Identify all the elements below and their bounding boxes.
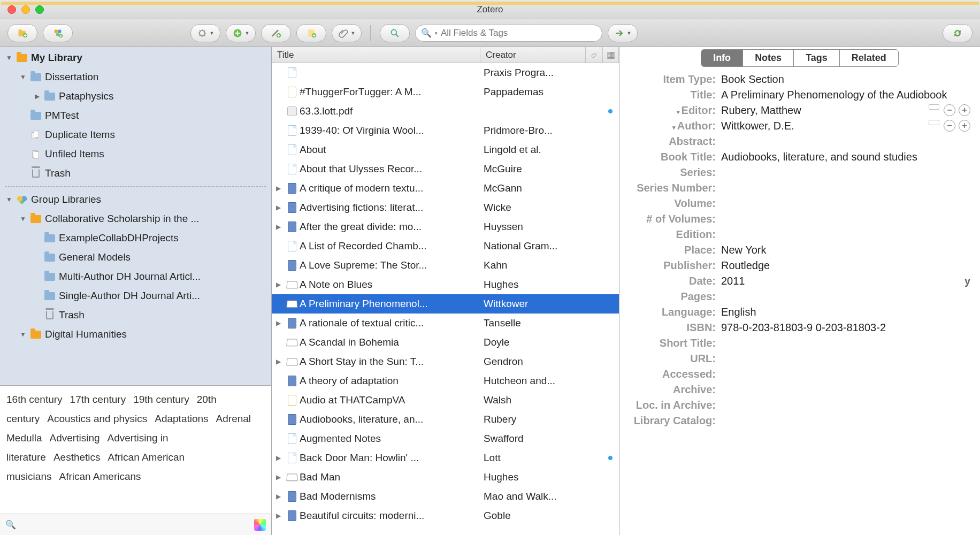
new-note-button[interactable]	[296, 24, 326, 42]
tag[interactable]: Aesthetics	[53, 452, 101, 463]
my-library[interactable]: ▼ My Library	[0, 48, 271, 67]
group-collab-scholarship[interactable]: ▼ Collaborative Scholarship in the ...	[0, 209, 271, 228]
group-single-author[interactable]: Single-Author DH Journal Arti...	[0, 286, 271, 305]
item-row[interactable]: A List of Recorded Chamb...National Gram…	[272, 236, 619, 256]
item-row[interactable]: ▶Back Door Man: Howlin' ...Lott	[272, 448, 619, 468]
item-row[interactable]: ▶After the great divide: mo...Huyssen	[272, 217, 619, 236]
author-label[interactable]: ▾Author:	[629, 120, 721, 132]
disclosure-triangle-icon[interactable]: ▼	[19, 215, 27, 223]
publisher-value[interactable]: Routledge	[721, 259, 970, 272]
collection-dissertation[interactable]: ▼ Dissertation	[0, 67, 271, 87]
add-by-identifier-button[interactable]	[261, 24, 291, 42]
add-creator-button[interactable]: +	[959, 104, 970, 116]
group-trash[interactable]: Trash	[0, 305, 271, 325]
tag[interactable]: 19th century	[133, 394, 189, 405]
collection-pmtest[interactable]: PMTest	[0, 106, 271, 125]
item-row[interactable]: A Scandal in BohemiaDoyle	[272, 333, 619, 352]
item-type-value[interactable]: Book Section	[721, 73, 970, 86]
disclosure-triangle-icon[interactable]: ▶	[272, 493, 285, 500]
add-creator-button[interactable]: +	[959, 120, 970, 132]
tag[interactable]: African Americans	[59, 471, 141, 482]
items-list[interactable]: Praxis Progra...#ThuggerForTugger: A M..…	[272, 63, 619, 535]
item-row[interactable]: ▶Bad ManHughes	[272, 468, 619, 487]
item-row[interactable]: A Preliminary Phenomenol...Wittkower	[272, 294, 619, 314]
disclosure-triangle-icon[interactable]: ▶	[272, 185, 285, 192]
item-row[interactable]: ▶Beautiful circuits: moderni...Goble	[272, 506, 619, 525]
tag[interactable]: Adaptations	[155, 413, 208, 424]
locate-button[interactable]: ▼	[608, 24, 638, 42]
group-multi-author[interactable]: Multi-Author DH Journal Articl...	[0, 267, 271, 286]
item-row[interactable]: #ThuggerForTugger: A M...Pappademas	[272, 82, 619, 102]
tag[interactable]: Advertising	[50, 432, 100, 444]
disclosure-triangle-icon[interactable]: ▶	[272, 223, 285, 231]
tag-filter-input[interactable]	[20, 520, 250, 530]
disclosure-triangle-icon[interactable]: ▶	[272, 204, 285, 211]
remove-creator-button[interactable]: −	[944, 104, 955, 116]
disclosure-triangle-icon[interactable]: ▶	[272, 358, 285, 365]
column-creator[interactable]: Creator	[480, 47, 586, 63]
item-row[interactable]: AboutLingold et al.	[272, 140, 619, 159]
item-row[interactable]: ▶A rationale of textual critic...Tansell…	[272, 314, 619, 333]
editor-value[interactable]: Rubery, Matthew	[721, 104, 929, 117]
actions-menu-button[interactable]: ▼	[190, 24, 220, 42]
language-value[interactable]: English	[721, 306, 970, 318]
item-row[interactable]: ▶Bad ModernismsMao and Walk...	[272, 487, 619, 506]
item-row[interactable]: 1939-40: Of Virginia Wool...Pridmore-Bro…	[272, 121, 619, 140]
isbn-value[interactable]: 978-0-203-81803-9 0-203-81803-2	[721, 322, 970, 334]
item-row[interactable]: ▶A Note on BluesHughes	[272, 275, 619, 294]
editor-label[interactable]: ▾Editor:	[629, 104, 721, 117]
tab-info[interactable]: Info	[701, 50, 743, 66]
column-picker-icon[interactable]: ▦	[603, 47, 619, 63]
tab-notes[interactable]: Notes	[743, 50, 794, 66]
sync-button[interactable]	[943, 24, 973, 42]
disclosure-triangle-icon[interactable]: ▶	[272, 454, 285, 462]
new-collection-button[interactable]	[7, 24, 37, 42]
remove-creator-button[interactable]: −	[944, 120, 955, 132]
item-row[interactable]: A Love Supreme: The Stor...Kahn	[272, 256, 619, 275]
date-value[interactable]: 2011	[721, 275, 959, 287]
item-row[interactable]: Praxis Progra...	[272, 63, 619, 82]
tag[interactable]: Acoustics and physics	[47, 413, 147, 424]
author-value[interactable]: Wittkower, D.E.	[721, 120, 929, 132]
disclosure-triangle-icon[interactable]: ▼	[19, 331, 27, 338]
disclosure-triangle-icon[interactable]: ▶	[272, 281, 285, 288]
item-row[interactable]: ▶A critique of modern textu...McGann	[272, 179, 619, 198]
item-row[interactable]: ▶A Short Stay in the Sun: T...Gendron	[272, 352, 619, 371]
item-row[interactable]: 63.3.lott.pdf	[272, 102, 619, 121]
item-row[interactable]: A theory of adaptationHutcheon and...	[272, 371, 619, 391]
title-value[interactable]: A Preliminary Phenomenology of the Audio…	[721, 89, 970, 101]
tab-related[interactable]: Related	[840, 50, 898, 66]
disclosure-triangle-icon[interactable]: ▼	[5, 54, 13, 62]
disclosure-triangle-icon[interactable]: ▶	[272, 319, 285, 327]
item-row[interactable]: Audio at THATCampVAWalsh	[272, 391, 619, 410]
group-general-models[interactable]: General Models	[0, 248, 271, 267]
group-digital-humanities[interactable]: ▼ Digital Humanities	[0, 325, 271, 344]
disclosure-triangle-icon[interactable]: ▶	[272, 473, 285, 481]
advanced-search-button[interactable]	[380, 24, 410, 42]
trash[interactable]: Trash	[0, 164, 271, 183]
column-attachment[interactable]	[586, 47, 603, 63]
search-input[interactable]	[441, 28, 596, 39]
unfiled-items[interactable]: Unfiled Items	[0, 144, 271, 164]
tab-tags[interactable]: Tags	[794, 50, 840, 66]
tag[interactable]: 17th century	[70, 394, 126, 405]
creator-mode-toggle[interactable]	[929, 120, 939, 125]
item-row[interactable]: Audiobooks, literature, an...Rubery	[272, 410, 619, 429]
disclosure-triangle-icon[interactable]: ▶	[272, 512, 285, 519]
collections-tree[interactable]: ▼ My Library ▼ Dissertation ▶ Pataphysic…	[0, 47, 271, 385]
item-row[interactable]: About that Ulysses Recor...McGuire	[272, 159, 619, 179]
new-group-button[interactable]	[43, 24, 73, 42]
tag-selector[interactable]: 16th century17th century19th century20th…	[0, 385, 271, 514]
column-title[interactable]: Title	[272, 47, 480, 63]
add-attachment-button[interactable]: ▼	[332, 24, 362, 42]
disclosure-triangle-icon[interactable]: ▶	[33, 93, 41, 100]
tag-selector-menu-icon[interactable]	[254, 519, 266, 531]
tag[interactable]: 16th century	[6, 394, 63, 405]
disclosure-triangle-icon[interactable]: ▼	[5, 196, 13, 203]
creator-mode-toggle[interactable]	[929, 104, 939, 110]
item-row[interactable]: Augmented NotesSwafford	[272, 429, 619, 448]
group-collab-example[interactable]: ExampleCollabDHProjects	[0, 228, 271, 248]
new-item-button[interactable]: ▼	[226, 24, 256, 42]
item-row[interactable]: ▶Advertising fictions: literat...Wicke	[272, 198, 619, 217]
search-field[interactable]: 🔍▾	[415, 25, 602, 42]
